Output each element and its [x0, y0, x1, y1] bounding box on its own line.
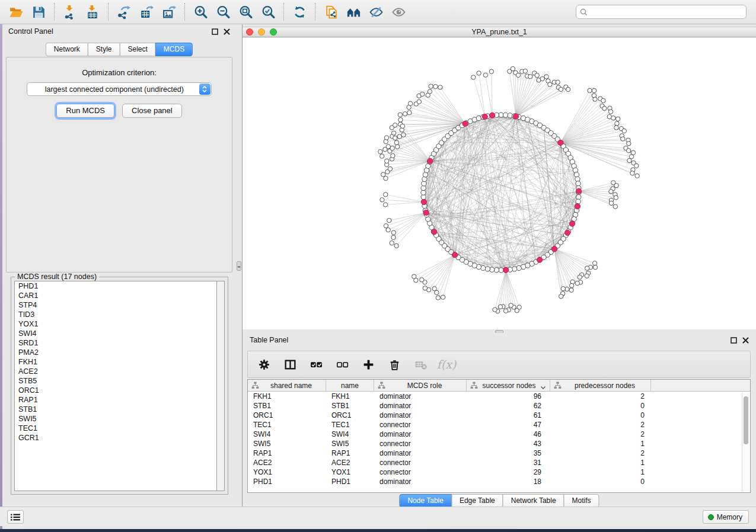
close-panel-button[interactable]: Close panel	[122, 104, 182, 118]
cell-mcds-role[interactable]: connector	[374, 420, 467, 430]
cell-successor-nodes[interactable]: 18	[467, 477, 550, 486]
network-leaf-node[interactable]	[516, 73, 520, 77]
cell-name[interactable]: SWI5	[326, 439, 374, 448]
float-table-panel-icon[interactable]	[731, 337, 737, 344]
tab-edge-table[interactable]: Edge Table	[451, 494, 503, 508]
mcds-result-item[interactable]: STP4	[15, 300, 216, 310]
cell-predecessor-nodes[interactable]: 0	[550, 401, 651, 411]
export-table-button[interactable]	[135, 2, 158, 22]
network-leaf-node[interactable]	[383, 203, 387, 207]
network-leaf-node[interactable]	[627, 158, 631, 162]
cell-shared-name[interactable]: ACE2	[248, 458, 326, 467]
network-leaf-node[interactable]	[408, 101, 412, 105]
cell-predecessor-nodes[interactable]: 2	[550, 430, 651, 439]
network-leaf-node[interactable]	[575, 281, 579, 285]
network-leaf-node[interactable]	[614, 126, 618, 130]
tab-mcds[interactable]: MCDS	[155, 43, 193, 56]
mcds-hub-node[interactable]	[503, 267, 509, 273]
cell-mcds-role[interactable]: dominator	[374, 477, 467, 486]
network-leaf-node[interactable]	[386, 227, 390, 232]
network-node[interactable]	[485, 267, 490, 271]
network-leaf-node[interactable]	[390, 241, 394, 245]
network-leaf-node[interactable]	[391, 153, 395, 158]
mcds-hub-node[interactable]	[569, 221, 575, 226]
show-glyphs-button[interactable]	[387, 2, 410, 22]
cell-shared-name[interactable]: YOX1	[248, 467, 326, 477]
network-leaf-node[interactable]	[544, 75, 548, 79]
network-node[interactable]	[576, 194, 581, 199]
cell-successor-nodes[interactable]: 35	[467, 448, 550, 458]
criterion-select[interactable]: largest connected component (undirected)	[27, 82, 212, 96]
cell-predecessor-nodes[interactable]: 2	[550, 392, 651, 401]
cell-shared-name[interactable]: PHD1	[248, 477, 326, 486]
mcds-result-item[interactable]: ACE2	[15, 367, 216, 376]
network-leaf-node[interactable]	[433, 85, 438, 89]
mcds-result-item[interactable]: ORC1	[15, 386, 216, 395]
cell-name[interactable]: STB1	[326, 401, 374, 411]
deselect-all-columns-button[interactable]	[333, 355, 351, 373]
table-row[interactable]: STB1STB1dominator620	[248, 401, 750, 411]
network-leaf-node[interactable]	[578, 275, 582, 279]
cell-shared-name[interactable]: RAP1	[248, 448, 326, 458]
mcds-hub-node[interactable]	[432, 229, 437, 235]
network-leaf-node[interactable]	[420, 92, 425, 96]
network-leaf-node[interactable]	[608, 110, 613, 114]
mcds-result-item[interactable]: STB1	[15, 405, 216, 414]
network-leaf-node[interactable]	[613, 204, 617, 209]
cell-shared-name[interactable]: FKH1	[248, 392, 326, 401]
network-node[interactable]	[499, 113, 503, 117]
cell-predecessor-nodes[interactable]: 1	[550, 439, 651, 448]
network-leaf-node[interactable]	[412, 274, 416, 278]
cell-name[interactable]: YOX1	[326, 467, 374, 477]
network-leaf-node[interactable]	[391, 230, 395, 235]
network-node[interactable]	[576, 199, 580, 204]
network-leaf-node[interactable]	[417, 100, 421, 104]
cell-mcds-role[interactable]: dominator	[374, 430, 467, 439]
mcds-hub-node[interactable]	[490, 113, 495, 118]
tab-network-table[interactable]: Network Table	[503, 494, 564, 508]
network-leaf-node[interactable]	[511, 66, 515, 70]
network-leaf-node[interactable]	[391, 235, 395, 239]
column-header-shared-name[interactable]: shared name	[248, 380, 326, 391]
vertical-splitter[interactable]: ◂▸	[236, 24, 243, 507]
add-column-button[interactable]	[359, 355, 377, 373]
network-leaf-node[interactable]	[615, 121, 619, 126]
network-leaf-node[interactable]	[614, 183, 618, 187]
network-leaf-node[interactable]	[559, 294, 563, 299]
network-leaf-node[interactable]	[441, 295, 445, 299]
tab-motifs[interactable]: Motifs	[564, 494, 599, 508]
network-leaf-node[interactable]	[630, 171, 634, 175]
network-leaf-node[interactable]	[614, 196, 618, 200]
network-leaf-node[interactable]	[471, 75, 476, 79]
network-node[interactable]	[422, 181, 426, 186]
cell-predecessor-nodes[interactable]: 1	[550, 467, 651, 477]
mcds-hub-node[interactable]	[428, 158, 433, 164]
table-row[interactable]: SWI5SWI5connector431	[248, 439, 750, 448]
network-canvas[interactable]	[243, 38, 756, 329]
cell-name[interactable]: SWI4	[326, 430, 374, 439]
network-leaf-node[interactable]	[585, 266, 589, 270]
cell-predecessor-nodes[interactable]: 0	[550, 411, 651, 420]
network-leaf-node[interactable]	[381, 172, 385, 177]
network-leaf-node[interactable]	[602, 106, 607, 110]
cell-successor-nodes[interactable]: 43	[467, 439, 550, 448]
network-leaf-node[interactable]	[428, 89, 432, 94]
cell-shared-name[interactable]: SWI4	[248, 430, 326, 439]
network-leaf-node[interactable]	[386, 145, 390, 149]
network-leaf-node[interactable]	[621, 137, 625, 141]
network-node[interactable]	[421, 194, 426, 199]
network-leaf-node[interactable]	[569, 288, 573, 292]
network-leaf-node[interactable]	[561, 287, 565, 291]
network-leaf-node[interactable]	[588, 88, 592, 92]
network-leaf-node[interactable]	[493, 307, 497, 312]
network-leaf-node[interactable]	[407, 111, 412, 115]
network-leaf-node[interactable]	[548, 82, 552, 86]
cell-name[interactable]: FKH1	[326, 392, 374, 401]
mcds-result-item[interactable]: TEC1	[15, 424, 216, 433]
network-node[interactable]	[576, 181, 580, 186]
mcds-result-item[interactable]: SWI4	[15, 329, 216, 338]
tab-network[interactable]: Network	[46, 43, 88, 56]
network-leaf-node[interactable]	[384, 224, 388, 228]
network-leaf-node[interactable]	[566, 87, 570, 91]
cell-name[interactable]: PHD1	[326, 477, 374, 486]
